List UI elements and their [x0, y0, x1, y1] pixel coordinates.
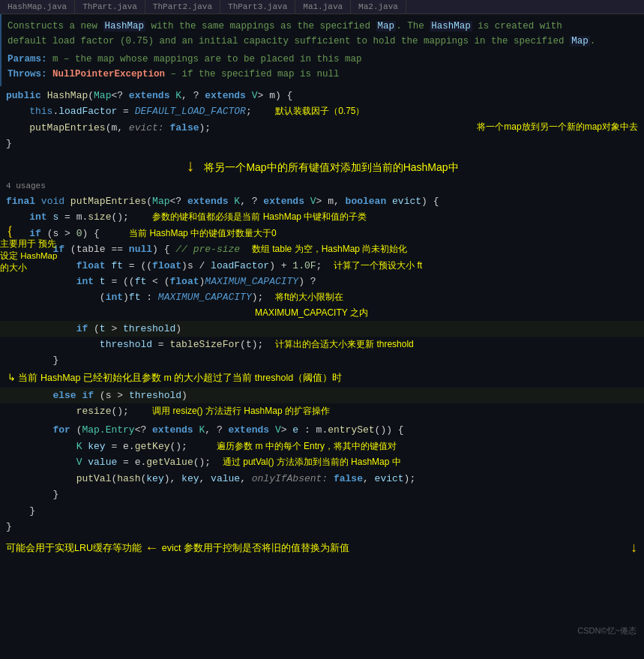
code-line-if-table: if (table == null) { // pre-size 数组 tabl…: [0, 241, 644, 257]
tab-thpart1[interactable]: ThPart.java: [75, 0, 145, 13]
code-line-putmap-sig: final void putMapEntries(Map<? extends K…: [0, 193, 644, 209]
tab-hashmap[interactable]: HashMap.java: [0, 0, 75, 13]
annotation-evict: evict 参数用于控制是否将旧的值替换为新值: [162, 542, 349, 555]
code-line-int-t2: (int)ft : MAXIMUM_CAPACITY); 将ft的大小限制在: [0, 289, 644, 305]
code-line-close1: }: [0, 136, 644, 151]
code-line-if-t: if (t > threshold): [0, 321, 644, 337]
tab-thpart2[interactable]: ThPart2.java: [145, 0, 220, 13]
doc-line2: default load factor (0.75) and an initia…: [7, 34, 638, 49]
doc-line1: Constructs a new HashMap with the same m…: [7, 19, 638, 34]
code-line-constructor-sig: public HashMap(Map<? extends K, ? extend…: [0, 88, 644, 103]
arrow-left: ←: [148, 541, 156, 556]
code-line-method-close: }: [0, 519, 644, 535]
annotation-lru: 可能会用于实现LRU缓存等功能: [6, 542, 142, 555]
tab-ma2[interactable]: Ma2.java: [351, 0, 406, 13]
code-line-float-ft: float ft = ((float)s / loadFactor) + 1.0…: [0, 258, 644, 274]
javadoc-block: Constructs a new HashMap with the same m…: [0, 14, 644, 86]
code-line-outer-close: }: [0, 503, 644, 519]
annotation-max-cap: MAXIMUM_CAPACITY 之内: [0, 306, 644, 321]
code-line-else-if-s: else if (s > threshold): [0, 388, 644, 403]
putmapentries-block: ｛ 主要用于 预先设定 HashMap 的大小 final void putMa…: [0, 192, 644, 537]
tab-thpart3[interactable]: ThPart3.java: [220, 0, 295, 13]
brace-main-use: ｛ 主要用于 预先设定 HashMap 的大小: [0, 223, 60, 274]
code-line-for: for (Map.Entry<? extends K, ? extends V>…: [0, 422, 644, 438]
code-line-putmapentries: putMapEntries(m, evict: false); 将一个map放到…: [0, 120, 644, 136]
code-line-int-t: int t = ((ft < (float)MAXIMUM_CAPACITY) …: [0, 274, 644, 289]
watermark: CSDN©忆~倦态: [577, 625, 637, 637]
code-line-putval: putVal(hash(key), key, value, onlyIfAbse…: [0, 471, 644, 487]
code-line-close-if-table: }: [0, 352, 644, 368]
code-line-value: V value = e.getValue(); 通过 putVal() 方法添加…: [0, 454, 644, 470]
code-line-int-s: int s = m.size(); 参数的键和值都必须是当前 HashMap 中…: [0, 209, 644, 225]
tab-ma1[interactable]: Ma1.java: [295, 0, 351, 13]
arrow-down-evict: ↓: [630, 541, 638, 556]
usages-count: 4 usages: [0, 180, 644, 192]
doc-params: Params: m – the map whose mappings are t…: [7, 52, 638, 67]
code-line-key: K key = e.getKey(); 遍历参数 m 中的每个 Entry，将其…: [0, 439, 644, 454]
code-line-if-s: if (s > 0) { 当前 HashMap 中的键值对数量大于0: [0, 226, 644, 241]
doc-throws: Throws: NullPointerException – if the sp…: [7, 67, 638, 82]
constructor-block: public HashMap(Map<? extends K, ? extend…: [0, 86, 644, 154]
bottom-annotations: 可能会用于实现LRU缓存等功能 ← evict 参数用于控制是否将旧的值替换为新…: [0, 536, 644, 560]
code-line-threshold-set: threshold = tableSizeFor(t); 计算出的合适大小来更新…: [0, 337, 644, 352]
annotation-all-kv: ↓ 将另一个Map中的所有键值对添加到当前的HashMap中: [0, 155, 644, 178]
annotation-load-factor: 默认装载因子（0.75）: [275, 106, 364, 116]
annotation-put-map: 将一个map放到另一个新的map对象中去: [477, 120, 638, 135]
code-line-loadfactor: this.loadFactor = DEFAULT_LOAD_FACTOR; 默…: [0, 103, 644, 119]
annotation-when-initialized: ↳ 当前 HashMap 已经初始化且参数 m 的大小超过了当前 thresho…: [0, 369, 644, 388]
code-line-for-close: }: [0, 487, 644, 502]
tab-bar[interactable]: HashMap.java ThPart.java ThPart2.java Th…: [0, 0, 644, 14]
code-container: HashMap.java ThPart.java ThPart2.java Th…: [0, 0, 644, 659]
code-line-resize: resize(); 调用 resize() 方法进行 HashMap 的扩容操作: [0, 403, 644, 419]
